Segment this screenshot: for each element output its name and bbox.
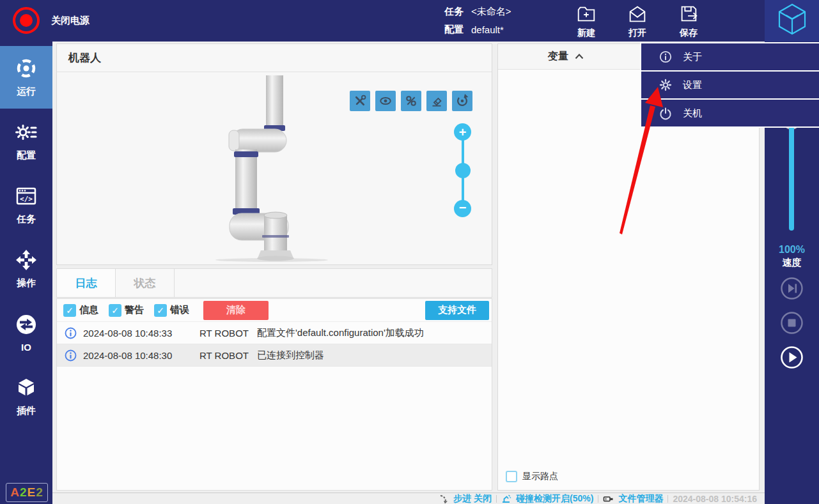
- step-forward-icon: [780, 277, 804, 300]
- menu-item-shutdown[interactable]: 关机: [641, 100, 819, 126]
- filter-label-error: 错误: [170, 304, 189, 316]
- step-mode-status[interactable]: 步进 关闭: [453, 493, 492, 504]
- chevron-up-icon: [575, 54, 584, 59]
- rotate-view-icon: [454, 93, 471, 109]
- usb-drive-icon: [603, 494, 614, 504]
- sidebar-item-label: 配置: [17, 149, 36, 162]
- step-forward-button[interactable]: [780, 277, 804, 300]
- visibility-button[interactable]: [375, 91, 396, 111]
- filter-label-warning: 警告: [125, 304, 144, 316]
- status-separator: [496, 495, 497, 503]
- config-value: default*: [471, 24, 504, 35]
- shutdown-icon: [659, 106, 673, 120]
- top-bar: 关闭电源 任务 <未命名> 配置 default* 新建: [0, 0, 819, 42]
- log-panel: 信息 警告 错误 清除 支持文件 2024-08-08 10:48:33: [56, 298, 492, 491]
- sidebar-item-task[interactable]: </> 任务: [0, 174, 52, 236]
- new-task-label: 新建: [577, 27, 595, 39]
- stop-button[interactable]: [780, 311, 804, 335]
- left-sidebar: 运行 配置: [0, 42, 52, 504]
- settings-icon: [15, 121, 38, 144]
- power-off-label: 关闭电源: [51, 15, 90, 27]
- cube-logo-icon: [776, 3, 808, 40]
- tools-button[interactable]: [350, 91, 370, 111]
- power-off-button[interactable]: [13, 7, 40, 34]
- robot-panel-title: 机器人: [57, 44, 492, 72]
- info-log-icon: [65, 327, 77, 339]
- filter-checkbox-error[interactable]: [154, 304, 167, 317]
- filter-checkbox-info[interactable]: [63, 304, 76, 317]
- log-time: 2024-08-08 10:48:30: [83, 350, 199, 361]
- file-manager-link[interactable]: 文件管理器: [618, 493, 663, 504]
- clear-log-button[interactable]: 清除: [203, 301, 269, 320]
- support-file-button[interactable]: 支持文件: [425, 301, 489, 320]
- rotate-view-button[interactable]: [452, 91, 472, 111]
- robot-panel: 机器人: [56, 43, 492, 265]
- sidebar-item-config[interactable]: 配置: [0, 110, 52, 172]
- speed-slider-track[interactable]: [789, 117, 794, 231]
- save-button[interactable]: 保存: [668, 3, 709, 39]
- show-waypoints-checkbox[interactable]: [506, 471, 517, 482]
- play-button[interactable]: [780, 346, 804, 369]
- zoom-in-button[interactable]: [454, 123, 471, 141]
- config-label: 配置: [444, 24, 464, 36]
- save-icon: [678, 3, 699, 27]
- variables-title: 变量: [548, 50, 568, 63]
- zoom-slider-handle[interactable]: [455, 163, 471, 178]
- open-button[interactable]: 打开: [617, 3, 658, 39]
- view-toolbar: [350, 91, 472, 111]
- tab-status[interactable]: 状态: [116, 269, 175, 297]
- robot-3d-view[interactable]: [57, 72, 492, 264]
- status-separator: [667, 495, 668, 503]
- info-icon: [659, 50, 673, 64]
- logo-letter: E: [27, 485, 36, 500]
- waypoint-path-button[interactable]: [401, 91, 421, 111]
- menu-item-about[interactable]: 关于: [641, 43, 819, 70]
- io-icon: [15, 313, 38, 336]
- show-waypoints-row: 显示路点: [506, 471, 558, 482]
- log-row[interactable]: 2024-08-08 10:48:33 RT ROBOT 配置文件'defaul…: [57, 322, 492, 344]
- app-window: 关闭电源 任务 <未命名> 配置 default* 新建: [0, 0, 819, 504]
- eraser-icon: [428, 93, 445, 109]
- filter-label-info: 信息: [79, 304, 98, 316]
- tools-icon: [352, 93, 368, 109]
- sidebar-item-label: 操作: [17, 277, 36, 289]
- log-row[interactable]: 2024-08-08 10:48:30 RT ROBOT 已连接到控制器: [57, 344, 492, 367]
- menu-item-settings[interactable]: 设置: [641, 72, 819, 98]
- task-icon: </>: [15, 185, 38, 208]
- menu-item-label: 设置: [683, 79, 702, 91]
- app-logo-button[interactable]: [765, 0, 819, 42]
- save-label: 保存: [680, 27, 698, 39]
- status-separator: [598, 495, 598, 503]
- sidebar-item-run[interactable]: 运行: [0, 46, 52, 109]
- status-bar: 步进 关闭 碰撞检测开启(50%) 文件管理器 2024-08-08 10:54…: [52, 493, 765, 504]
- log-tab-bar: 日志 状态: [56, 268, 492, 298]
- collision-detection-status[interactable]: 碰撞检测开启(50%): [516, 493, 593, 504]
- sidebar-item-label: IO: [21, 342, 31, 353]
- log-message: 配置文件'default.configuration'加载成功: [257, 327, 424, 339]
- zoom-out-button[interactable]: [454, 200, 471, 217]
- waypoint-path-icon: [403, 93, 419, 109]
- eraser-button[interactable]: [426, 91, 447, 111]
- stop-icon: [780, 311, 804, 335]
- new-task-button[interactable]: 新建: [566, 3, 607, 39]
- filter-checkbox-warning[interactable]: [109, 304, 121, 317]
- sidebar-item-operate[interactable]: 操作: [0, 238, 52, 300]
- tab-log[interactable]: 日志: [57, 269, 116, 297]
- speed-percent: 100%: [765, 244, 819, 256]
- log-source: RT ROBOT: [199, 328, 252, 339]
- power-icon: [20, 14, 33, 27]
- log-filter-bar: 信息 警告 错误 清除 支持文件: [57, 299, 492, 322]
- logo-letter: 2: [36, 485, 43, 500]
- info-log-icon: [65, 349, 77, 362]
- sidebar-item-io[interactable]: IO: [0, 302, 52, 364]
- task-value: <未命名>: [471, 6, 511, 18]
- run-icon: [15, 57, 38, 80]
- gear-icon: [659, 78, 673, 92]
- sidebar-item-plugin[interactable]: 插件: [0, 365, 52, 428]
- collision-icon: [501, 494, 511, 504]
- task-row: 任务 <未命名>: [444, 6, 511, 18]
- logo-letter: 2: [20, 485, 27, 500]
- svg-text:</>: </>: [20, 195, 33, 203]
- config-row: 配置 default*: [444, 24, 504, 36]
- sidebar-item-label: 运行: [17, 86, 36, 98]
